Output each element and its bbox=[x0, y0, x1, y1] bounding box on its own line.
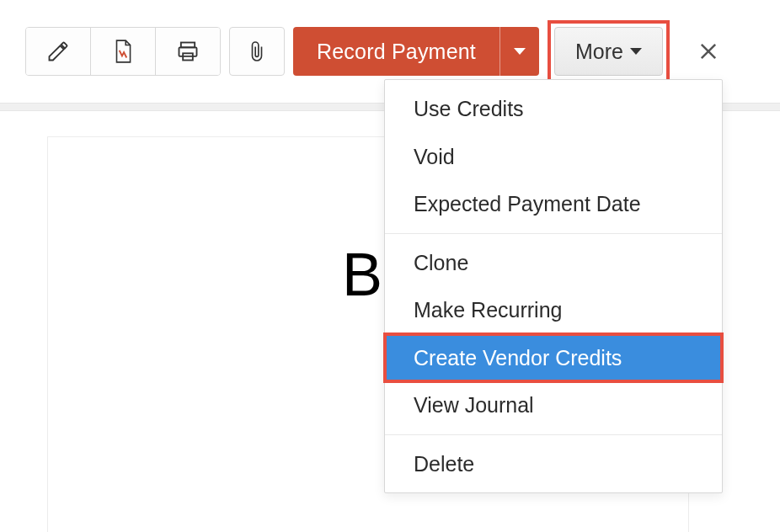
menu-item[interactable]: Make Recurring bbox=[385, 286, 722, 334]
menu-item[interactable]: Delete bbox=[385, 440, 722, 488]
visible-glyph: B bbox=[342, 244, 382, 305]
close-button[interactable] bbox=[693, 36, 724, 66]
edit-button[interactable] bbox=[26, 28, 90, 75]
menu-item[interactable]: Use Credits bbox=[385, 85, 722, 133]
menu-item[interactable]: Expected Payment Date bbox=[385, 180, 722, 228]
more-dropdown: Use CreditsVoidExpected Payment DateClon… bbox=[384, 79, 723, 493]
pdf-icon bbox=[112, 39, 134, 64]
pdf-button[interactable] bbox=[90, 28, 155, 75]
svg-rect-1 bbox=[179, 47, 197, 56]
close-icon bbox=[697, 40, 720, 63]
icon-button-group bbox=[25, 27, 221, 76]
menu-item[interactable]: Void bbox=[385, 133, 722, 181]
pencil-icon bbox=[46, 40, 70, 63]
printer-icon bbox=[175, 40, 200, 63]
caret-down-icon bbox=[630, 48, 642, 55]
record-payment-button[interactable]: Record Payment bbox=[293, 27, 539, 76]
caret-down-icon bbox=[514, 48, 526, 55]
more-button-highlight: More bbox=[548, 20, 670, 82]
menu-item[interactable]: Create Vendor Credits bbox=[385, 334, 722, 382]
attach-button[interactable] bbox=[229, 27, 285, 76]
print-button[interactable] bbox=[155, 28, 220, 75]
menu-item[interactable]: View Journal bbox=[385, 381, 722, 429]
record-payment-dropdown-toggle[interactable] bbox=[500, 27, 539, 76]
paperclip-icon bbox=[248, 39, 266, 64]
more-label: More bbox=[575, 40, 623, 64]
record-payment-label: Record Payment bbox=[293, 27, 500, 76]
menu-separator bbox=[385, 233, 722, 234]
menu-separator bbox=[385, 434, 722, 435]
menu-item[interactable]: Clone bbox=[385, 239, 722, 287]
more-button[interactable]: More bbox=[554, 27, 663, 76]
